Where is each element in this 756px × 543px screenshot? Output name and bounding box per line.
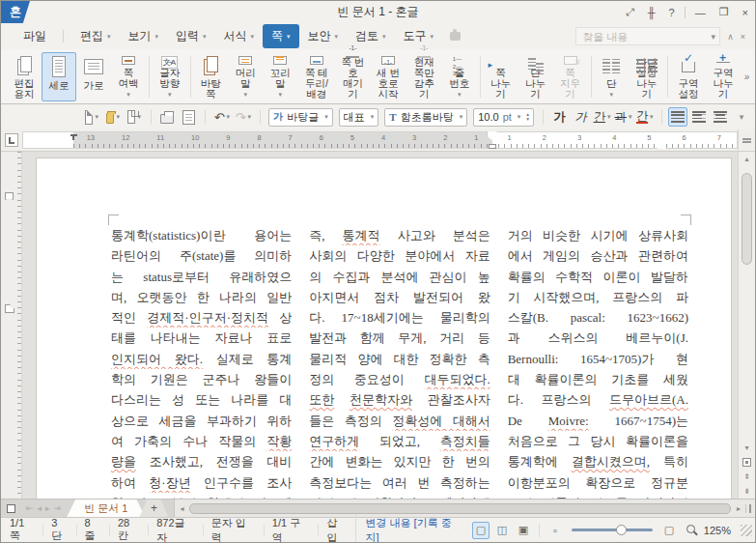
find-box[interactable]: ▾	[575, 27, 720, 45]
chevron-down-icon[interactable]: ▾	[371, 113, 375, 121]
chevron-down-icon[interactable]: ▾	[650, 113, 654, 121]
first-tab-icon[interactable]: ⇤	[26, 503, 34, 513]
text-line[interactable]: 통계학(statistics)이란 용어는	[111, 225, 292, 245]
save-button[interactable]: ▾	[125, 107, 144, 127]
horizontal-ruler[interactable]: 13121110987654321 1234567	[22, 131, 738, 149]
style-combo[interactable]: 가 바탕글 ▾	[268, 108, 333, 127]
vertical-scroll-thumb[interactable]	[742, 173, 752, 265]
bold-button[interactable]: 가	[550, 107, 570, 127]
text-line[interactable]: 발전과 함께 무게, 거리 등	[309, 328, 490, 348]
text-line[interactable]: 한 것으로부터 현재의 인구센	[111, 493, 292, 499]
help-icon[interactable]: ?	[662, 1, 682, 23]
zoom-slider[interactable]	[572, 529, 653, 531]
horizontal-scroll-thumb[interactable]	[189, 503, 731, 514]
toolbar-more-button[interactable]: ▾	[732, 107, 751, 127]
ribbon-more-button[interactable]: »	[741, 52, 753, 101]
spin-down-icon[interactable]: ▾	[526, 117, 529, 122]
ribbon-page-numbering[interactable]: 쪽 번호 매기기	[335, 52, 370, 101]
text-line[interactable]: 정의 중요성이 대두되었다.	[309, 369, 490, 389]
text-line[interactable]: 간에 변화는 있지만 한 번의	[309, 451, 490, 472]
status-item[interactable]: 8줄	[76, 518, 109, 542]
ribbon-text-direction[interactable]: 글자 방향▾	[153, 52, 187, 101]
menu-view[interactable]: 보기▾	[120, 24, 168, 48]
close-ribbon-icon[interactable]: ×	[741, 32, 745, 42]
ribbon-header[interactable]: 머리말▾	[228, 52, 263, 101]
align-justify-button[interactable]	[668, 107, 687, 127]
chevron-down-icon[interactable]: ▾	[95, 113, 98, 121]
split-view-icon[interactable]: ╫	[641, 1, 662, 23]
text-line[interactable]: 확률의 수학적 이론이 발달하	[508, 267, 688, 287]
text-line[interactable]: 스칼(B. pascal: 1623~1662)	[508, 307, 688, 328]
text-column-1[interactable]: 통계학(statistics)이란 용어는라틴어의 주(state)를 의미하는…	[111, 225, 292, 499]
chevron-down-icon[interactable]: ▾	[607, 113, 611, 121]
text-line[interactable]: 에서 게임의 승산과 관련하여	[508, 245, 688, 266]
menu-page[interactable]: 쪽▾	[263, 24, 299, 48]
text-line[interactable]: 것이 더 정확하다고 생각하게	[309, 493, 490, 499]
minimize-button[interactable]: —	[688, 1, 713, 23]
next-tab-icon[interactable]: ▸	[45, 503, 50, 513]
underline-button[interactable]: 간▾	[593, 107, 612, 127]
ribbon-section-break[interactable]: 구역 나누기	[706, 52, 741, 101]
close-button[interactable]: ×	[736, 1, 755, 23]
text-line[interactable]: 상으로 세금을 부과하기 위하	[111, 411, 292, 431]
chevron-down-icon[interactable]: ▾	[116, 113, 120, 121]
view-split-button[interactable]: ◫	[493, 522, 511, 539]
scroll-split-handle[interactable]	[738, 129, 755, 151]
ribbon-footer[interactable]: 꼬리말▾	[263, 52, 297, 101]
text-line[interactable]: 학의 기원은 군주나 왕들이	[111, 369, 292, 389]
vertical-ruler[interactable]	[1, 152, 22, 499]
find-input[interactable]	[580, 30, 711, 43]
text-area[interactable]: 통계학(statistics)이란 용어는라틴어의 주(state)를 의미하는…	[111, 225, 688, 499]
new-document-button[interactable]: ▾	[82, 107, 101, 127]
status-item[interactable]: 삽입	[318, 518, 355, 542]
text-line[interactable]: 처음으로 그 당시 확률이론을	[508, 431, 688, 451]
document-list-button[interactable]	[1, 500, 20, 517]
text-line[interactable]: 며, 오랫동안 한 나라의 일반	[111, 287, 292, 307]
text-line[interactable]: De Moivre: 1667~1754)는	[508, 411, 688, 431]
text-line[interactable]: 대 확률이론의 기초를 세웠	[508, 369, 688, 389]
document-canvas[interactable]: 통계학(statistics)이란 용어는라틴어의 주(state)를 의미하는…	[22, 152, 738, 499]
text-column-3[interactable]: 거의 비슷한 시기에 상류사회에서 게임의 승산과 관련하여확률의 수학적 이론…	[508, 225, 688, 499]
text-line[interactable]: 포의 이론적 기초를 마련하여	[508, 493, 688, 499]
document-tab-active[interactable]: 빈 문서 1	[67, 500, 145, 517]
text-line[interactable]: 이항분포의 확장으로 정규분	[508, 472, 688, 493]
vertical-scroll-track[interactable]	[739, 166, 755, 441]
text-line[interactable]: 또한 천문학자와 관찰조사자	[309, 389, 490, 410]
fullscreen-icon[interactable]: ⤢	[619, 1, 641, 23]
text-line[interactable]: 여 가축의 수나 작물의 작황	[111, 431, 292, 451]
chevron-down-icon[interactable]: ▾	[227, 113, 231, 121]
scroll-down-button[interactable]: ▾	[739, 441, 755, 455]
tab-type-button[interactable]	[1, 129, 22, 151]
text-line[interactable]: 의 수집과 분석에 관심이 높	[309, 267, 490, 287]
undo-button[interactable]: ↶▾	[212, 107, 232, 127]
chevron-down-icon[interactable]: ▾	[629, 113, 632, 121]
vertical-scrollbar[interactable]: ▴ ▾ ⇞ ⇟	[738, 152, 755, 499]
ribbon-hide-current-page[interactable]: 현재 쪽만 감추기	[406, 52, 442, 101]
zoom-out-page-icon[interactable]: ▫	[546, 522, 564, 539]
text-line[interactable]: 거의 비슷한 시기에 상류사회	[508, 225, 688, 245]
magnifier-icon[interactable]	[686, 525, 695, 533]
size-spinner[interactable]: ▴▾	[526, 112, 529, 122]
add-tab-button[interactable]: +	[139, 500, 168, 517]
view-page-outline-button[interactable]: ▢	[472, 522, 490, 539]
text-line[interactable]: 하여 청·장년 인구수를 조사	[111, 472, 292, 493]
ribbon-page-border-background[interactable]: 쪽 테두리/ 배경	[297, 52, 335, 101]
page-select-button[interactable]	[739, 455, 755, 470]
preview-button[interactable]	[179, 107, 198, 127]
menu-input[interactable]: 입력▾	[167, 24, 215, 48]
menu-file[interactable]: 파일	[14, 24, 55, 48]
text-line[interactable]: 통계학에 결합시켰으며, 특히	[508, 451, 688, 472]
print-button[interactable]	[157, 107, 177, 127]
previous-page-button[interactable]: ⇞	[739, 470, 755, 484]
text-line[interactable]: Bernoulli: 1654~1705)가 현	[508, 349, 688, 369]
ribbon-multi-column-break[interactable]: 다단 설정 나누기	[629, 52, 664, 101]
horizontal-split-handle[interactable]	[745, 504, 755, 513]
left-indent-marker[interactable]	[489, 144, 496, 149]
last-tab-icon[interactable]: ⇥	[54, 503, 62, 513]
status-item[interactable]: 28칸	[109, 518, 148, 542]
text-line[interactable]: 즉, 통계적 사고와 분석은	[309, 225, 490, 245]
text-line[interactable]: 과 스위스의 베르누이(J.	[508, 328, 688, 348]
collapse-ribbon-icon[interactable]: ∧	[727, 32, 734, 42]
chevron-down-icon[interactable]: ▾	[324, 113, 328, 121]
text-line[interactable]: 물리적 양에 대한 정확한 측	[309, 349, 490, 369]
